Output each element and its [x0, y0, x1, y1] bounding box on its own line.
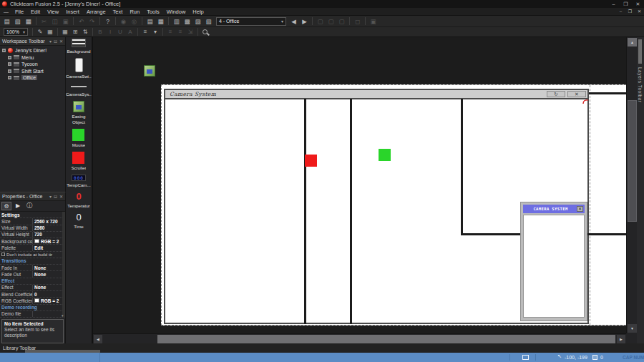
property-value[interactable]: Edit [32, 245, 65, 250]
object-item-cameraswi[interactable]: CameraSwi... [66, 58, 92, 79]
object-item-easingobject[interactable]: Easing Object [66, 101, 92, 124]
object-item-mouse[interactable]: Mouse [72, 129, 86, 147]
easing-object-instance[interactable] [144, 65, 155, 77]
frame-editor-canvas[interactable]: Camera System ↻ ✕ CAMERA SYSTE [93, 37, 626, 333]
scroll-right-icon[interactable]: ▶ [617, 335, 625, 343]
show-grid-icon[interactable]: ▦ [61, 28, 69, 36]
object-item-camerasys[interactable]: CameraSys... [66, 83, 92, 97]
menu-tools[interactable]: Tools [143, 8, 163, 16]
tree-item-menu[interactable]: +Menu [0, 54, 65, 62]
tree-expand-icon[interactable]: + [8, 76, 11, 79]
menu-view[interactable]: View [44, 8, 62, 16]
close-button[interactable]: ✕ [632, 0, 644, 8]
pin-icon[interactable]: ⊡ [54, 194, 57, 199]
checkbox[interactable] [1, 253, 5, 256]
property-value[interactable]: 720 [32, 232, 65, 238]
open-file-icon[interactable]: ▧ [13, 17, 22, 26]
panel-menu-icon[interactable]: ▾ [49, 39, 52, 44]
event-list-editor-icon[interactable]: ▩ [182, 17, 192, 26]
mdi-minimize-button[interactable]: – [616, 8, 625, 16]
property-value[interactable]: None [32, 285, 65, 290]
align-menu-arrow-icon[interactable]: ▾ [151, 28, 160, 36]
previous-frame-button[interactable]: ◀ [289, 17, 298, 26]
menu-run[interactable]: Run [126, 8, 143, 16]
object-item-tempcam[interactable]: 000TempCam... [67, 175, 90, 187]
storyboard-editor-icon[interactable]: ▤ [145, 17, 155, 26]
color-swatch[interactable] [34, 298, 39, 303]
tab-runtime-options[interactable]: ▶ [13, 202, 23, 210]
object-item-background[interactable]: Background [67, 39, 90, 54]
properties-scrollbar[interactable] [62, 212, 65, 318]
tree-item-office[interactable]: +Office [0, 74, 65, 82]
new-file-icon[interactable]: ▤ [2, 17, 11, 26]
tree-expand-icon[interactable]: + [8, 69, 11, 73]
align-menu-icon[interactable]: ≡ [141, 28, 150, 36]
event-editor-icon[interactable]: ▥ [172, 17, 181, 26]
panel-menu-icon[interactable]: ▾ [49, 194, 52, 199]
property-value[interactable]: None [32, 265, 65, 270]
tree-item-root[interactable]: +Jenny's Diner! [0, 47, 65, 54]
frame-area[interactable]: Camera System ↻ ✕ CAMERA SYSTE [161, 84, 626, 326]
panel-close-icon[interactable]: ✕ [59, 39, 63, 44]
close-icon[interactable]: ✕ [577, 206, 583, 212]
help-icon[interactable]: ? [103, 17, 112, 26]
grid-edit-icon[interactable]: ✎ [36, 28, 44, 36]
zoom-selector[interactable]: 100% ▾ [4, 28, 28, 36]
tree-expand-icon[interactable]: + [8, 62, 11, 66]
retro-camera-window[interactable]: CAMERA SYSTEM ✕ [520, 202, 587, 321]
panel-close-icon[interactable]: ✕ [59, 194, 63, 199]
restore-button[interactable]: ❐ [620, 0, 632, 8]
save-file-icon[interactable]: ▦ [24, 17, 33, 26]
wall-line[interactable] [461, 99, 463, 235]
object-item-temperatur[interactable]: 0Temperatur [67, 192, 89, 208]
property-value[interactable]: 2560 [32, 225, 65, 231]
object-item-time[interactable]: 0Time [74, 212, 84, 229]
pin-icon[interactable]: ⊡ [54, 39, 57, 44]
tree-expand-icon[interactable]: + [2, 49, 6, 52]
tab-about[interactable]: ⓘ [24, 202, 34, 210]
grid-setup-icon[interactable]: ▦ [46, 28, 54, 36]
property-value[interactable]: RGB = 2 [32, 238, 65, 244]
property-value[interactable] [32, 311, 65, 317]
color-swatch[interactable] [34, 239, 39, 243]
refresh-icon[interactable]: ↻ [547, 91, 565, 97]
object-item-scroller[interactable]: Scroller [72, 152, 87, 170]
property-value[interactable]: None [32, 271, 65, 277]
menu-arrange[interactable]: Arrange [83, 8, 109, 16]
wall-line[interactable] [589, 92, 626, 94]
scroller-object-instance[interactable] [305, 155, 317, 167]
minimize-button[interactable]: – [608, 0, 620, 8]
layers-toolbar-tab[interactable]: Layers Toolbar [637, 37, 644, 343]
tree-expand-icon[interactable]: + [8, 56, 11, 59]
menu-insert[interactable]: Insert [62, 8, 83, 16]
property-value[interactable]: 2560 x 720 [32, 218, 65, 224]
mouse-object-instance[interactable] [379, 149, 391, 161]
mdi-close-button[interactable]: ✕ [635, 8, 644, 16]
zoom-find-icon[interactable] [203, 29, 208, 34]
property-value[interactable]: RGB = 2 [32, 298, 65, 303]
property-value[interactable]: 0 [32, 291, 65, 297]
next-frame-button[interactable]: ▶ [300, 17, 309, 26]
frame-editor-icon[interactable]: ▦ [156, 17, 165, 26]
canvas-vertical-scrollbar[interactable]: ▲ ▼ [626, 37, 637, 333]
debugger-icon[interactable]: ▧ [204, 17, 213, 26]
menu-file[interactable]: File [11, 8, 27, 16]
wall-line[interactable] [350, 99, 352, 324]
wall-line[interactable] [304, 99, 306, 324]
layers-toolbar-grip[interactable] [638, 39, 642, 64]
picture-editor-icon[interactable]: ▨ [193, 17, 203, 26]
mdi-child-icon[interactable]: — [4, 9, 9, 14]
menu-help[interactable]: Help [189, 8, 207, 16]
frame-selector[interactable]: 4 - Office ▾ [216, 17, 286, 26]
tree-item-shift-start[interactable]: +Shift Start [0, 68, 65, 75]
scroll-left-icon[interactable]: ◀ [94, 335, 102, 343]
menu-edit[interactable]: Edit [27, 8, 44, 16]
vertical-scroll-thumb[interactable] [628, 100, 637, 222]
canvas-horizontal-scrollbar[interactable]: ◀ ▶ [93, 333, 626, 343]
tab-settings[interactable]: ⚙ [1, 202, 11, 210]
menu-window[interactable]: Window [163, 8, 190, 16]
tree-item-tycoon[interactable]: +Tycoon [0, 61, 65, 68]
scroll-down-icon[interactable]: ▼ [628, 324, 637, 333]
snap-to-grid-icon[interactable]: ⊞ [71, 28, 79, 36]
scroll-up-icon[interactable]: ▲ [628, 38, 637, 47]
